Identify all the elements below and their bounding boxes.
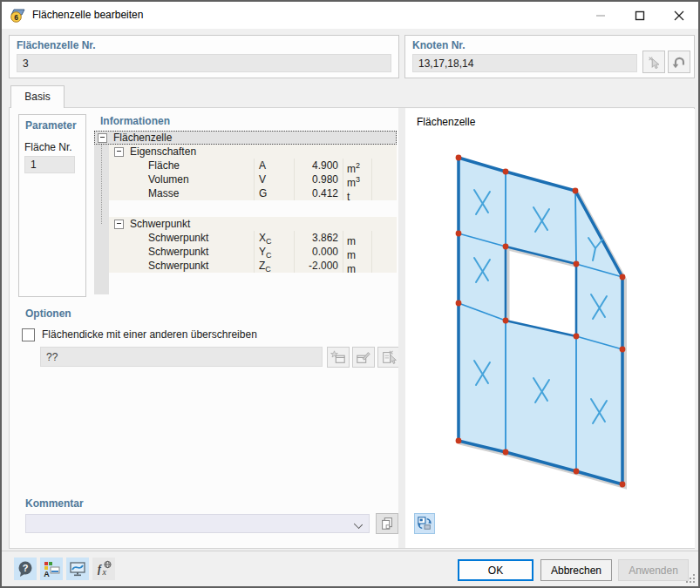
help-button[interactable]: ? — [14, 558, 37, 580]
row-name: Schwerpunkt — [148, 245, 208, 259]
kommentar-combobox[interactable] — [25, 514, 370, 533]
title-bar: 6 Flächenzelle bearbeiten — [2, 2, 698, 29]
svg-text:f: f — [98, 563, 102, 575]
row-unit: m — [343, 245, 371, 259]
row-value: 0.412 — [294, 186, 343, 200]
tree-row-schwerpunkt-z[interactable]: Schwerpunkt ZC -2.000 m — [109, 259, 397, 273]
new-item-icon — [330, 349, 346, 365]
row-value: 0.000 — [294, 245, 343, 259]
select-nodes-button[interactable] — [642, 51, 665, 73]
tree-row-label: Schwerpunkt — [130, 218, 190, 230]
copy-comment-button[interactable] — [376, 513, 398, 534]
edit-thickness-button — [352, 347, 375, 368]
tab-page-basis: Parameter Fläche Nr. Informationen Fläch… — [9, 107, 695, 549]
preview-panel: Flächenzelle — [405, 109, 695, 548]
sync-view-icon — [417, 516, 432, 531]
close-button[interactable] — [659, 2, 698, 29]
svg-text:?: ? — [23, 563, 29, 573]
svg-text:A: A — [44, 570, 50, 578]
tab-basis[interactable]: Basis — [10, 85, 65, 108]
collapse-icon[interactable] — [114, 147, 124, 157]
help-icon: ? — [17, 560, 34, 578]
surface-cell-preview-graphic — [414, 140, 686, 524]
display-properties-button[interactable] — [66, 558, 89, 580]
close-icon — [674, 10, 684, 21]
informationen-title: Informationen — [100, 115, 170, 127]
apply-button: Anwenden — [618, 559, 689, 581]
tree-row-label: Eigenschaften — [130, 145, 196, 158]
sync-view-button[interactable] — [414, 513, 435, 534]
dialog-window: 6 Flächenzelle bearbeiten Flächenzelle N… — [0, 0, 700, 588]
fx-icon: f x — [95, 560, 112, 578]
panel-splitter[interactable] — [398, 108, 405, 548]
pointer-select-icon — [646, 54, 662, 70]
function-editor-button[interactable]: f x — [92, 558, 115, 580]
row-symbol: V — [254, 172, 294, 186]
row-unit: t — [343, 186, 371, 200]
tree-spacer — [109, 200, 397, 217]
informationen-tree: Flächenzelle Eigenschaften Fläche A 4.90… — [94, 131, 397, 296]
row-unit: m3 — [343, 172, 371, 186]
surface-cell-number-input[interactable] — [17, 54, 391, 72]
minimize-button[interactable] — [581, 2, 620, 29]
parameter-panel: Parameter Fläche Nr. — [18, 114, 86, 297]
override-thickness-label: Flächendicke mit einer anderen überschre… — [42, 328, 257, 341]
row-name: Schwerpunkt — [148, 231, 208, 245]
kommentar-title: Kommentar — [25, 497, 84, 510]
tree-row-masse[interactable]: Masse G 0.412 t — [109, 186, 397, 200]
copy-pages-icon — [379, 516, 395, 531]
row-unit: m — [343, 231, 371, 245]
tree-row-volumen[interactable]: Volumen V 0.980 m3 — [109, 172, 397, 186]
minimize-icon — [595, 10, 606, 21]
svg-text:6: 6 — [14, 13, 18, 22]
ok-button[interactable]: OK — [458, 559, 533, 581]
surface-number-input[interactable] — [24, 156, 75, 173]
tree-row-schwerpunkt-x[interactable]: Schwerpunkt XC 3.862 m — [109, 231, 397, 245]
row-unit: m2 — [343, 159, 371, 172]
row-value: 4.900 — [294, 159, 343, 172]
override-thickness-checkbox[interactable] — [22, 328, 35, 341]
delete-select-icon — [381, 349, 397, 365]
row-name: Masse — [148, 186, 179, 200]
optionen-title: Optionen — [25, 308, 71, 320]
surface-fill — [459, 158, 622, 484]
tree-row-flaechenzelle[interactable]: Flächenzelle — [94, 131, 397, 145]
resize-grip[interactable] — [685, 573, 696, 584]
surface-number-label: Fläche Nr. — [24, 141, 72, 153]
row-name: Schwerpunkt — [148, 259, 208, 273]
row-value: 3.862 — [294, 231, 343, 245]
row-value: 0.980 — [294, 172, 343, 186]
collapse-icon[interactable] — [98, 133, 107, 143]
collapse-icon[interactable] — [114, 220, 124, 229]
surface-cell-number-label: Flächenzelle Nr. — [17, 39, 96, 51]
monitor-icon — [69, 560, 86, 578]
tree-row-schwerpunkt-y[interactable]: Schwerpunkt YC 0.000 m — [109, 245, 397, 259]
new-thickness-button — [327, 347, 350, 368]
thickness-input — [40, 347, 323, 367]
tree-row-label: Flächenzelle — [113, 132, 172, 144]
undo-selection-button[interactable] — [668, 51, 690, 73]
tree-row-eigenschaften[interactable]: Eigenschaften — [109, 145, 397, 159]
surface-cell-number-group: Flächenzelle Nr. — [9, 35, 399, 78]
tree-row-flaeche[interactable]: Fläche A 4.900 m2 — [109, 159, 397, 172]
maximize-button[interactable] — [620, 2, 659, 29]
preview-title: Flächenzelle — [417, 116, 475, 128]
tree-row-schwerpunkt-group[interactable]: Schwerpunkt — [109, 217, 397, 231]
tab-basis-label: Basis — [24, 91, 50, 103]
display-navigator-button[interactable]: A — [40, 558, 63, 580]
window-title: Flächenzelle bearbeiten — [32, 2, 143, 29]
remove-thickness-button — [377, 347, 400, 368]
node-number-input[interactable] — [412, 54, 637, 72]
cancel-button[interactable]: Abbrechen — [540, 559, 612, 581]
row-unit: m — [343, 259, 371, 273]
navigator-icon: A — [43, 560, 60, 578]
row-name: Fläche — [148, 159, 180, 172]
row-symbol: G — [254, 186, 294, 200]
row-symbol: YC — [254, 245, 294, 259]
parameter-title: Parameter — [25, 119, 77, 132]
edit-item-icon — [356, 349, 371, 365]
node-number-group: Knoten Nr. — [404, 35, 695, 78]
row-name: Volumen — [148, 172, 189, 186]
undo-icon — [671, 54, 687, 70]
node-number-label: Knoten Nr. — [412, 39, 466, 51]
